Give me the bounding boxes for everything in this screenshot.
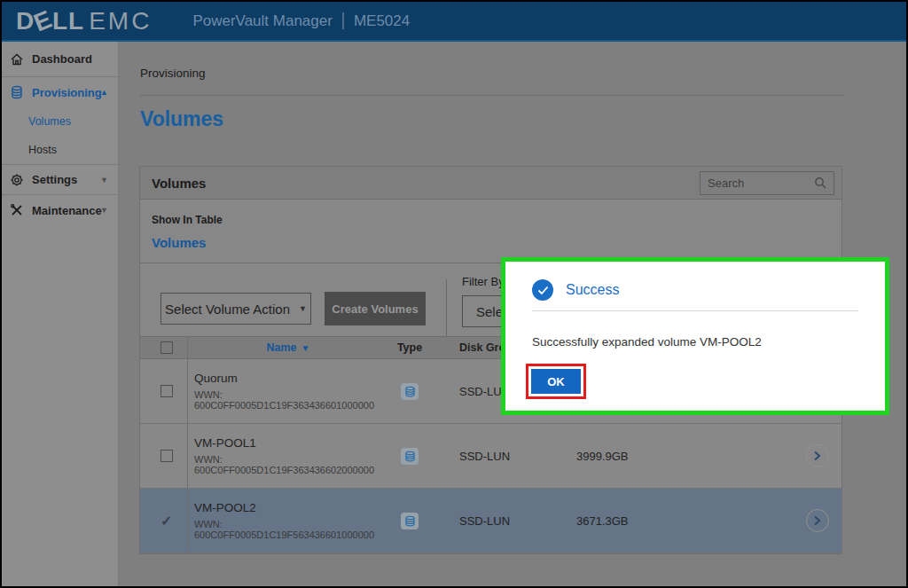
size-value: 3999.9GB [576,450,629,463]
success-dialog: Success Successfully expanded volume VM-… [501,257,889,415]
database-icon [10,85,24,99]
chevron-right-icon[interactable] [806,509,829,532]
select-all-checkbox[interactable] [160,341,173,354]
size-value: 3671.3GB [576,514,629,528]
sidebar-item-label: Hosts [28,144,57,156]
sidebar-item-label: Provisioning [32,86,102,99]
chevron-down-icon: ▼ [299,304,307,313]
search-icon [814,176,826,189]
emc-logo-text: EMC [89,7,152,35]
app-title-text: PowerVault Manager [192,12,333,30]
disk-icon [401,448,419,465]
sort-desc-icon: ▼ [301,343,310,353]
volume-name: VM-POOL2 [194,501,256,514]
select-volume-action-dropdown[interactable]: Select Volume Action ▼ [160,293,311,325]
screen: DELL EMC PowerVault Manager ME5024 Dashb… [0,0,908,588]
gear-icon [10,173,24,187]
home-icon [10,52,24,67]
volume-wwn: WWN: 600C0FF0005D1C19F363436601000000 [194,389,382,411]
volume-name: Quorum [194,372,238,385]
row-checkbox[interactable] [160,450,173,462]
show-in-table-label: Show In Table [152,214,830,226]
device-name: ME5024 [354,12,410,30]
sidebar-item-label: Dashboard [32,52,92,66]
panel-title: Volumes [152,176,206,191]
dialog-divider [532,310,858,311]
sidebar-item-label: Volumes [28,115,71,128]
disk-group-value: SSD-LUN [459,514,510,528]
row-checkbox[interactable] [160,385,173,397]
chevron-down-icon: ▼ [100,206,108,215]
sidebar-item-volumes[interactable]: Volumes [2,107,118,135]
chevron-right-icon[interactable] [806,444,829,467]
search-input[interactable] [708,176,814,190]
success-check-icon [532,279,553,301]
select-volume-action-label: Select Volume Action [165,302,290,317]
disk-group-value: SSD-LUN [459,450,510,463]
volume-name: VM-POOL1 [194,436,256,450]
breadcrumb: Provisioning [140,67,206,80]
dialog-header: Success [532,279,858,301]
search-box[interactable] [700,171,834,195]
disk-icon [401,513,419,529]
sidebar-item-settings[interactable]: Settings ▼ [2,165,118,194]
ok-button[interactable]: OK [531,369,581,394]
tools-icon [10,203,24,217]
show-in-table-value[interactable]: Volumes [152,235,830,250]
table-row-selected[interactable]: ✓ VM-POOL2 WWN: 600C0FF0005D1C19F5634366… [140,489,841,553]
dell-emc-logo: DELL EMC [16,7,152,35]
toolbar-divider [446,279,447,336]
show-in-table-section: Show In Table Volumes [140,200,841,263]
breadcrumb-divider [140,95,845,96]
panel-header: Volumes [140,167,841,200]
volume-wwn: WWN: 600C0FF0005D1C19F563436601000000 [194,519,382,540]
column-header-type[interactable]: Type [397,341,422,354]
app-title: PowerVault Manager ME5024 [192,12,410,30]
chevron-down-icon: ▼ [100,176,108,184]
sidebar-item-hosts[interactable]: Hosts [2,135,118,164]
sidebar-item-maintenance[interactable]: Maintenance ▼ [2,195,118,225]
ok-highlight-box: OK [526,364,586,399]
sidebar-item-label: Settings [32,173,77,186]
sidebar-item-label: Maintenance [32,204,102,217]
chevron-up-icon: ▲ [100,88,108,97]
page-title: Volumes [140,107,223,131]
row-checked-icon[interactable]: ✓ [160,513,172,529]
sidebar-item-dashboard[interactable]: Dashboard [2,42,118,76]
create-volumes-button[interactable]: Create Volumes [325,292,426,325]
sidebar: Dashboard Provisioning ▲ Volumes Hosts S… [2,42,119,586]
dialog-title: Success [566,282,619,298]
dell-logo-text: DELL [16,7,84,35]
volume-wwn: WWN: 600C0FF0005D1C19F363436602000000 [194,454,382,475]
disk-icon [401,383,419,400]
app-header: DELL EMC PowerVault Manager ME5024 [2,2,906,42]
sidebar-item-provisioning[interactable]: Provisioning ▲ [2,77,118,107]
column-header-name[interactable]: Name ▼ [267,341,310,354]
title-divider [342,12,344,29]
dialog-message: Successfully expanded volume VM-POOL2 [532,335,858,349]
table-row[interactable]: VM-POOL1 WWN: 600C0FF0005D1C19F363436602… [140,424,841,489]
